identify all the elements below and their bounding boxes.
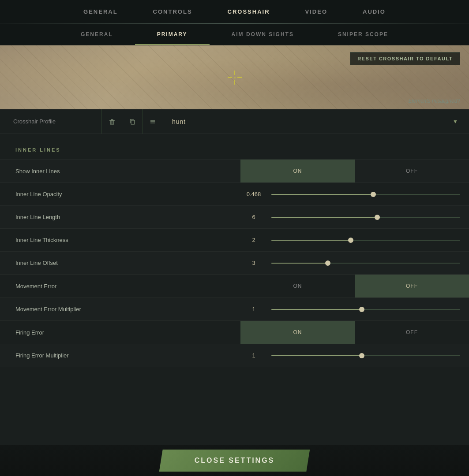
sub-nav-item-primary[interactable]: PRIMARY — [135, 23, 210, 45]
settings-row-firing-error-multiplier: Firing Error Multiplier1 — [0, 344, 469, 367]
close-settings-button[interactable]: CLOSE SETTINGS — [159, 450, 310, 472]
slider-track-firing-error-multiplier[interactable] — [271, 355, 460, 356]
nav-item-audio[interactable]: AUDIO — [345, 0, 403, 23]
sub-nav-item-sniper[interactable]: SNIPER SCOPE — [316, 23, 410, 45]
import-profile-button[interactable] — [143, 109, 163, 134]
slider-value-inner-line-opacity: 0.468 — [240, 191, 267, 197]
slider-fill-firing-error-multiplier — [271, 355, 362, 356]
slider-wrapper-inner-line-thickness — [267, 240, 469, 241]
toggle-group-movement-error: OnOff — [240, 275, 469, 298]
slider-value-inner-line-thickness: 2 — [240, 237, 267, 243]
slider-thumb-inner-line-length[interactable] — [375, 215, 380, 220]
slider-track-inner-line-thickness[interactable] — [271, 240, 460, 241]
svg-rect-4 — [234, 77, 236, 78]
profile-select-wrapper: huntdefaultcustom1dotsmall ▼ — [163, 109, 465, 134]
slider-thumb-firing-error-multiplier[interactable] — [359, 353, 364, 358]
top-nav: GENERALCONTROLSCROSSHAIRVIDEOAUDIO — [0, 0, 469, 23]
row-label-inner-line-thickness: Inner Line Thickness — [0, 237, 240, 243]
profile-label: Crosshair Profile — [4, 109, 101, 134]
row-label-firing-error: Firing Error — [0, 329, 240, 336]
trash-icon — [109, 118, 116, 125]
copy-profile-button[interactable] — [122, 109, 143, 134]
settings-row-movement-error-multiplier: Movement Error Multiplier1 — [0, 298, 469, 320]
row-label-inner-line-opacity: Inner Line Opacity — [0, 191, 240, 197]
nav-item-crosshair[interactable]: CROSSHAIR — [210, 0, 288, 23]
row-label-movement-error: Movement Error — [0, 283, 240, 290]
toggle-on-movement-error[interactable]: On — [240, 275, 355, 298]
settings-row-show-inner-lines: Show Inner LinesOnOff — [0, 159, 469, 182]
toggle-group-firing-error: OnOff — [240, 321, 469, 344]
toggle-on-show-inner-lines[interactable]: On — [240, 160, 355, 182]
slider-thumb-inner-line-thickness[interactable] — [348, 238, 353, 243]
sub-nav: GENERALPRIMARYAIM DOWN SIGHTSSNIPER SCOP… — [0, 23, 469, 45]
svg-rect-3 — [234, 80, 235, 85]
settings-row-firing-error: Firing ErrorOnOff — [0, 320, 469, 344]
svg-rect-2 — [234, 71, 235, 75]
toggle-off-show-inner-lines[interactable]: Off — [355, 160, 469, 182]
slider-value-inner-line-offset: 3 — [240, 260, 267, 266]
settings-content: INNER LINES Show Inner LinesOnOffInner L… — [0, 134, 469, 445]
svg-rect-0 — [228, 77, 232, 78]
slider-fill-inner-line-opacity — [271, 194, 373, 195]
copy-icon — [129, 118, 136, 125]
row-label-inner-line-offset: Inner Line Offset — [0, 260, 240, 266]
close-settings-area: CLOSE SETTINGS — [0, 445, 469, 476]
settings-row-inner-line-opacity: Inner Line Opacity0.468 — [0, 182, 469, 205]
slider-thumb-inner-line-offset[interactable] — [325, 260, 330, 266]
slider-thumb-inner-line-opacity[interactable] — [371, 192, 376, 197]
nav-item-controls[interactable]: CONTROLS — [135, 0, 210, 23]
sub-nav-item-ads[interactable]: AIM DOWN SIGHTS — [210, 23, 316, 45]
slider-value-inner-line-length: 6 — [240, 214, 267, 220]
crosshair-profile-row: Crosshair Profile — [0, 109, 469, 134]
nav-item-video[interactable]: VIDEO — [288, 0, 345, 23]
slider-track-inner-line-length[interactable] — [271, 217, 460, 218]
crosshair-display — [221, 64, 248, 91]
slider-wrapper-inner-line-offset — [267, 263, 469, 264]
row-label-inner-line-length: Inner Line Length — [0, 214, 240, 220]
slider-track-movement-error-multiplier[interactable] — [271, 309, 460, 310]
crosshair-preview-area: RESET CROSSHAIR TO DEFAULT Elements misa… — [0, 45, 469, 109]
slider-track-inner-line-offset[interactable] — [271, 263, 460, 264]
slider-track-inner-line-opacity[interactable] — [271, 194, 460, 195]
slider-fill-inner-line-thickness — [271, 240, 351, 241]
nav-item-general[interactable]: GENERAL — [66, 0, 135, 23]
sub-nav-item-general[interactable]: GENERAL — [59, 23, 135, 45]
svg-rect-12 — [131, 120, 135, 124]
elements-misaligned-link[interactable]: Elements misaligned? — [409, 98, 460, 104]
slider-fill-inner-line-length — [271, 217, 377, 218]
slider-thumb-movement-error-multiplier[interactable] — [359, 307, 364, 312]
settings-row-inner-line-length: Inner Line Length6 — [0, 205, 469, 228]
row-label-movement-error-multiplier: Movement Error Multiplier — [0, 306, 240, 312]
settings-rows-container: Show Inner LinesOnOffInner Line Opacity0… — [0, 159, 469, 367]
settings-row-movement-error: Movement ErrorOnOff — [0, 274, 469, 298]
svg-rect-1 — [237, 77, 242, 78]
slider-value-movement-error-multiplier: 1 — [240, 306, 267, 312]
profile-select[interactable]: huntdefaultcustom1dotsmall — [163, 118, 465, 125]
slider-wrapper-firing-error-multiplier — [267, 355, 469, 356]
slider-wrapper-inner-line-length — [267, 217, 469, 218]
toggle-off-firing-error[interactable]: Off — [355, 321, 469, 344]
row-label-show-inner-lines: Show Inner Lines — [0, 168, 240, 175]
slider-value-firing-error-multiplier: 1 — [240, 352, 267, 359]
delete-profile-button[interactable] — [102, 109, 122, 134]
slider-wrapper-inner-line-opacity — [267, 194, 469, 195]
settings-row-inner-line-offset: Inner Line Offset3 — [0, 251, 469, 274]
slider-fill-inner-line-offset — [271, 263, 328, 264]
toggle-on-firing-error[interactable]: On — [240, 321, 355, 344]
slider-fill-movement-error-multiplier — [271, 309, 362, 310]
settings-row-inner-line-thickness: Inner Line Thickness2 — [0, 228, 469, 251]
row-label-firing-error-multiplier: Firing Error Multiplier — [0, 352, 240, 359]
svg-rect-5 — [110, 121, 114, 124]
inner-lines-section-header: INNER LINES — [0, 143, 469, 159]
reset-crosshair-button[interactable]: RESET CROSSHAIR TO DEFAULT — [350, 52, 460, 65]
slider-wrapper-movement-error-multiplier — [267, 309, 469, 310]
toggle-group-show-inner-lines: OnOff — [240, 160, 469, 182]
profile-icons-group — [101, 109, 163, 134]
import-export-icon — [149, 118, 156, 125]
toggle-off-movement-error[interactable]: Off — [355, 275, 469, 298]
